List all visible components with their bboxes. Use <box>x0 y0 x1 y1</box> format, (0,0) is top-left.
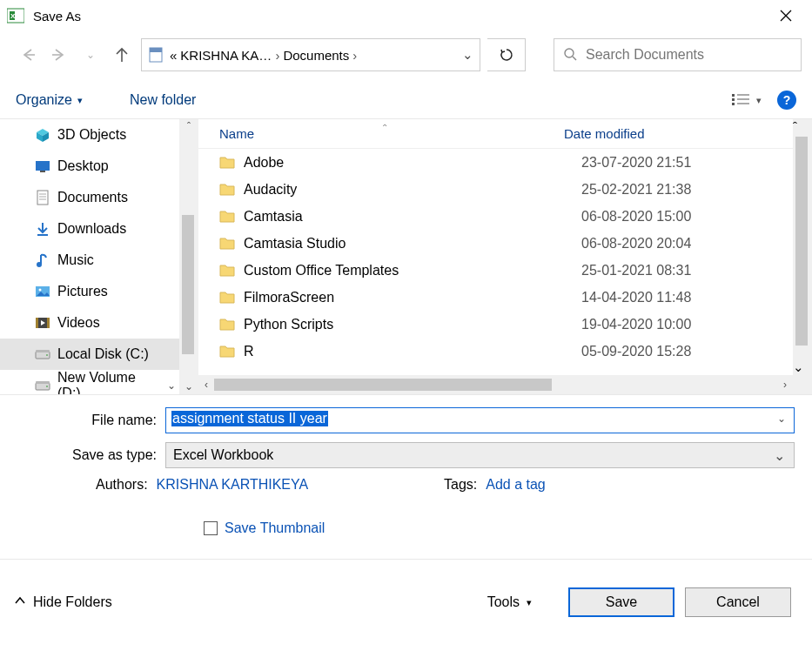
chevron-down-icon: ▾ <box>77 95 83 106</box>
svg-rect-40 <box>36 381 50 384</box>
address-bar[interactable]: « KRISHNA KA… › Documents › ⌄ <box>141 38 480 71</box>
chevron-right-icon: › <box>352 48 357 63</box>
column-name[interactable]: ⌃ Name <box>198 126 564 141</box>
save-thumbnail-row: Save Thumbnail <box>204 520 795 536</box>
svg-rect-21 <box>36 161 50 171</box>
content-panes: 3D ObjectsDesktopDocumentsDownloadsMusic… <box>0 118 812 395</box>
tree-item-label: Pictures <box>57 284 108 299</box>
scroll-thumb[interactable] <box>795 137 808 346</box>
forward-button[interactable] <box>47 43 71 67</box>
tree-item-desktop[interactable]: Desktop <box>0 151 179 182</box>
folder-icon <box>219 290 237 305</box>
svg-point-36 <box>46 354 48 356</box>
search-input[interactable] <box>586 47 792 63</box>
filename-input[interactable] <box>165 407 795 433</box>
file-date: 23-07-2020 21:51 <box>581 155 691 171</box>
savetype-combo[interactable]: Excel Workbook ⌄ <box>165 442 795 468</box>
search-icon <box>563 47 577 64</box>
scroll-thumb[interactable] <box>182 215 194 354</box>
doc-icon <box>35 190 50 205</box>
horizontal-scrollbar[interactable]: ‹ › <box>198 375 793 394</box>
location-icon <box>149 47 164 63</box>
breadcrumb-seg2[interactable]: Documents <box>283 48 349 63</box>
filename-label: File name: <box>17 413 165 428</box>
scroll-left-arrow[interactable]: ‹ <box>198 375 214 394</box>
file-date: 25-01-2021 08:31 <box>581 263 691 279</box>
view-button[interactable]: ▾ <box>732 92 762 108</box>
cancel-button[interactable]: Cancel <box>685 587 791 617</box>
breadcrumb[interactable]: « KRISHNA KA… › Documents › <box>170 48 357 63</box>
search-box[interactable] <box>554 38 802 71</box>
scroll-down-arrow[interactable]: ⌄ <box>179 379 198 394</box>
file-row[interactable]: Audacity25-02-2021 21:38 <box>198 176 793 203</box>
nav-tree[interactable]: 3D ObjectsDesktopDocumentsDownloadsMusic… <box>0 119 179 394</box>
folder-icon <box>219 344 237 359</box>
tree-item-documents[interactable]: Documents <box>0 182 179 213</box>
sort-asc-icon: ⌃ <box>381 123 388 132</box>
svg-rect-23 <box>37 191 48 205</box>
file-name: Adobe <box>244 155 581 171</box>
scroll-up-arrow[interactable]: ˆ <box>793 119 812 134</box>
file-date: 19-04-2020 10:00 <box>581 317 691 332</box>
scroll-down-arrow[interactable]: ⌄ <box>793 359 812 375</box>
file-name: FilmoraScreen <box>244 290 581 305</box>
hide-folders-button[interactable]: Hide Folders <box>14 594 112 610</box>
file-date: 05-09-2020 15:28 <box>581 344 691 359</box>
tags-value[interactable]: Add a tag <box>486 477 546 493</box>
file-row[interactable]: FilmoraScreen14-04-2020 11:48 <box>198 284 793 311</box>
file-row[interactable]: Custom Office Templates25-01-2021 08:31 <box>198 257 793 284</box>
scroll-right-arrow[interactable]: › <box>777 375 793 394</box>
nav-scrollbar[interactable]: ˆ ⌄ <box>179 119 198 394</box>
new-folder-button[interactable]: New folder <box>130 92 196 108</box>
breadcrumb-seg1[interactable]: KRISHNA KA… <box>180 48 272 63</box>
scroll-up-arrow[interactable]: ˆ <box>179 119 198 135</box>
tree-item-3d-objects[interactable]: 3D Objects <box>0 119 179 151</box>
svg-rect-32 <box>36 318 38 328</box>
svg-line-11 <box>573 57 576 60</box>
refresh-button[interactable] <box>487 38 526 71</box>
close-button[interactable] <box>767 0 805 31</box>
organize-button[interactable]: Organize ▾ <box>16 92 83 108</box>
tree-item-local-disk-c-[interactable]: Local Disk (C:) <box>0 339 179 370</box>
window-title: Save As <box>33 9 767 23</box>
tree-item-label: Local Disk (C:) <box>57 346 149 362</box>
file-date: 14-04-2020 11:48 <box>581 290 691 305</box>
file-row[interactable]: Camtasia Studio06-08-2020 20:04 <box>198 230 793 257</box>
tools-button[interactable]: Tools ▾ <box>487 594 532 610</box>
tree-item-downloads[interactable]: Downloads <box>0 213 179 245</box>
tree-item-new-volume-d-[interactable]: New Volume (D:)⌄ <box>0 370 179 394</box>
save-thumbnail-checkbox[interactable] <box>204 521 218 535</box>
file-row[interactable]: Python Scripts19-04-2020 10:00 <box>198 311 793 338</box>
scroll-thumb[interactable] <box>214 379 552 391</box>
svg-rect-22 <box>40 171 45 172</box>
authors-value[interactable]: KRISHNA KARTHIKEYA <box>157 477 309 493</box>
tree-item-label: 3D Objects <box>57 127 126 143</box>
desktop-icon <box>35 158 50 174</box>
chevron-down-icon[interactable]: ⌄ <box>777 413 786 425</box>
file-name: Camtasia Studio <box>244 236 581 252</box>
help-button[interactable]: ? <box>777 91 796 110</box>
up-button[interactable] <box>110 43 134 67</box>
chevron-up-icon <box>14 594 26 610</box>
svg-point-28 <box>37 262 42 267</box>
file-date: 25-02-2021 21:38 <box>581 182 691 198</box>
tree-item-music[interactable]: Music <box>0 245 179 276</box>
save-thumbnail-label[interactable]: Save Thumbnail <box>225 520 325 536</box>
file-scrollbar[interactable]: ˆ ⌄ <box>793 119 812 394</box>
chevron-down-icon: ⌄ <box>774 447 785 464</box>
address-dropdown[interactable]: ⌄ <box>459 47 476 63</box>
recent-dropdown[interactable]: ⌄ <box>78 43 103 67</box>
file-row[interactable]: Adobe23-07-2020 21:51 <box>198 149 793 176</box>
tree-item-label: Downloads <box>57 221 126 237</box>
videos-icon <box>35 315 50 331</box>
back-button[interactable] <box>16 43 40 67</box>
tree-item-videos[interactable]: Videos <box>0 307 179 339</box>
svg-rect-33 <box>47 318 50 328</box>
pictures-icon <box>35 284 50 299</box>
tree-item-pictures[interactable]: Pictures <box>0 276 179 307</box>
save-button[interactable]: Save <box>568 587 674 617</box>
column-date[interactable]: Date modified <box>564 126 755 141</box>
file-row[interactable]: R05-09-2020 15:28 <box>198 338 793 365</box>
file-list[interactable]: Adobe23-07-2020 21:51Audacity25-02-2021 … <box>198 149 793 375</box>
file-row[interactable]: Camtasia06-08-2020 15:00 <box>198 203 793 230</box>
